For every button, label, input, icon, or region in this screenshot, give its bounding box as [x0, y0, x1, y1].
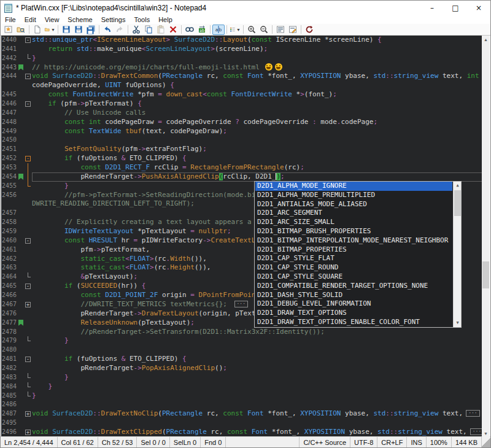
fold-margin[interactable]: [25, 136, 32, 145]
bookmark-margin[interactable]: [18, 72, 25, 81]
menu-item-settings[interactable]: Settings: [97, 15, 130, 24]
bookmark-margin[interactable]: [18, 218, 25, 227]
code-line-2480[interactable]: 2480: [1, 346, 490, 355]
fold-margin[interactable]: [25, 373, 32, 382]
status-cell[interactable]: INS: [407, 437, 426, 447]
code-text[interactable]: if (fuOptions & ETO_CLIPPED) {: [32, 154, 490, 163]
autocomplete-item[interactable]: D2D1_DRAW_TEXT_OPTIONS: [255, 309, 452, 318]
fold-margin[interactable]: [25, 209, 32, 218]
resize-grip[interactable]: [482, 437, 490, 447]
delete-button[interactable]: [167, 25, 179, 35]
status-cell[interactable]: Sel 0 / 0: [137, 437, 169, 447]
autocomplete-item[interactable]: D2D1_ANTIALIAS_MODE_ALIASED: [255, 200, 452, 209]
code-line-2484[interactable]: 2484}: [1, 382, 490, 392]
autocomplete-item[interactable]: D2D1_BITMAP_PROPERTIES: [255, 245, 452, 255]
fold-margin[interactable]: [25, 392, 32, 401]
line-number[interactable]: 2457: [1, 209, 18, 218]
bookmark-margin[interactable]: [18, 182, 25, 191]
bookmark-margin[interactable]: [18, 90, 25, 99]
fold-margin[interactable]: [25, 54, 32, 63]
fold-expand-icon[interactable]: +: [25, 302, 31, 307]
code-line-2441[interactable]: 2441return std::make_unique<ScreenLineLa…: [1, 45, 490, 54]
bookmark-margin[interactable]: [18, 81, 25, 90]
fold-margin[interactable]: [25, 319, 32, 328]
code-line-wrap[interactable]: codePageOverride, UINT fuOptions) {: [1, 81, 490, 90]
fold-margin[interactable]: [25, 227, 32, 236]
line-number[interactable]: 2476: [1, 309, 18, 319]
code-text[interactable]: pRenderTarget->PushAxisAlignedClip(rcCli…: [32, 172, 490, 182]
bookmark-margin[interactable]: [18, 336, 25, 346]
save-all-button[interactable]: [85, 25, 97, 35]
folded-code-ellipsis[interactable]: ···: [466, 410, 479, 417]
code-line-2443[interactable]: 2443// https://unicode.org/emoji/charts/…: [1, 63, 490, 72]
bookmark-margin[interactable]: [18, 255, 25, 264]
save-button[interactable]: [60, 25, 72, 35]
open-file-button[interactable]: ▼: [44, 25, 56, 35]
line-number[interactable]: 2483: [1, 373, 18, 382]
open-favorites-button[interactable]: [15, 25, 27, 35]
line-number[interactable]: 2449: [1, 127, 18, 136]
line-number[interactable]: 2455: [1, 182, 18, 191]
bookmark-margin[interactable]: [18, 409, 25, 419]
line-number[interactable]: 2479: [1, 336, 18, 346]
line-number[interactable]: 2456: [1, 191, 18, 200]
line-number[interactable]: 2451: [1, 145, 18, 154]
code-text[interactable]: [32, 346, 490, 355]
bookmark-margin[interactable]: [18, 428, 25, 437]
bookmark-margin[interactable]: [18, 118, 25, 127]
status-cell[interactable]: 100%: [427, 437, 452, 447]
code-text[interactable]: //pRenderTarget->SetTransform(D2D1::Matr…: [32, 328, 490, 337]
line-number[interactable]: 2447: [1, 109, 18, 118]
code-text[interactable]: return std::make_unique<ScreenLineLayout…: [32, 45, 490, 54]
cut-button[interactable]: [130, 25, 142, 35]
edit-mode-button[interactable]: [287, 25, 299, 35]
fold-margin[interactable]: [25, 346, 32, 355]
status-cell[interactable]: Fnd 0: [201, 437, 226, 447]
code-line-2447[interactable]: 2447// Use Unicode calls: [1, 109, 490, 118]
save-as-button[interactable]: [72, 25, 85, 35]
status-cell[interactable]: CR+LF: [377, 437, 407, 447]
line-number[interactable]: 2440: [1, 36, 18, 45]
autocomplete-item[interactable]: D2D1_BITMAP_BRUSH_PROPERTIES: [255, 227, 452, 236]
bookmark-margin[interactable]: [18, 309, 25, 319]
status-cell[interactable]: C/C++ Source: [300, 437, 350, 447]
bookmark-margin[interactable]: [18, 163, 25, 172]
autocomplete-item[interactable]: D2D1_CAP_STYLE_FLAT: [255, 254, 452, 263]
fold-margin[interactable]: [25, 218, 32, 227]
code-line-2479[interactable]: 2479}: [1, 336, 490, 346]
line-number[interactable]: 2477: [1, 319, 18, 328]
code-text[interactable]: }: [32, 54, 490, 63]
scrollbar-thumb[interactable]: [482, 261, 489, 288]
fold-margin[interactable]: +: [25, 300, 32, 309]
status-cell[interactable]: Ch 52 / 53: [98, 437, 137, 447]
bookmark-margin[interactable]: [18, 382, 25, 392]
zoom-out-button[interactable]: [258, 25, 270, 35]
status-cell[interactable]: 144 KB: [452, 437, 482, 447]
bookmark-margin[interactable]: [18, 45, 25, 54]
bookmark-margin[interactable]: [18, 227, 25, 236]
fold-margin[interactable]: -: [25, 154, 32, 163]
fold-margin[interactable]: -: [25, 72, 32, 81]
paste-button[interactable]: [155, 25, 167, 35]
bookmark-margin[interactable]: [18, 63, 25, 72]
popup-scrollbar-thumb[interactable]: [454, 190, 461, 216]
line-number[interactable]: 2484: [1, 382, 18, 392]
autocomplete-item[interactable]: D2D1_DASH_STYLE_SOLID: [255, 291, 452, 300]
code-text[interactable]: const int codePageDraw = codePageOverrid…: [32, 118, 490, 127]
fold-collapse-icon[interactable]: -: [25, 37, 31, 43]
fold-margin[interactable]: [25, 382, 32, 392]
line-number[interactable]: [1, 199, 18, 209]
code-line-2487[interactable]: 2487+void SurfaceD2D::DrawTextNoClip(PRe…: [1, 409, 490, 419]
bookmark-margin[interactable]: [18, 319, 25, 328]
code-text[interactable]: const D2D1_RECT_F rcClip = RectangleFrom…: [32, 163, 490, 172]
bookmark-margin[interactable]: [18, 291, 25, 300]
line-number[interactable]: 2481: [1, 355, 18, 364]
dropdown-arrow-icon[interactable]: ▼: [236, 28, 241, 32]
reload-file-button[interactable]: [303, 25, 315, 35]
bookmark-margin[interactable]: [18, 392, 25, 401]
code-text[interactable]: void SurfaceD2D::DrawTextNoClip(PRectang…: [32, 409, 490, 419]
menu-item-scheme[interactable]: Scheme: [63, 15, 96, 24]
title-bar[interactable]: * PlatWin.cxx [F:\Libs\notepad4\scintill…: [1, 1, 490, 15]
fold-margin[interactable]: [25, 63, 32, 72]
bookmark-margin[interactable]: [18, 282, 25, 291]
